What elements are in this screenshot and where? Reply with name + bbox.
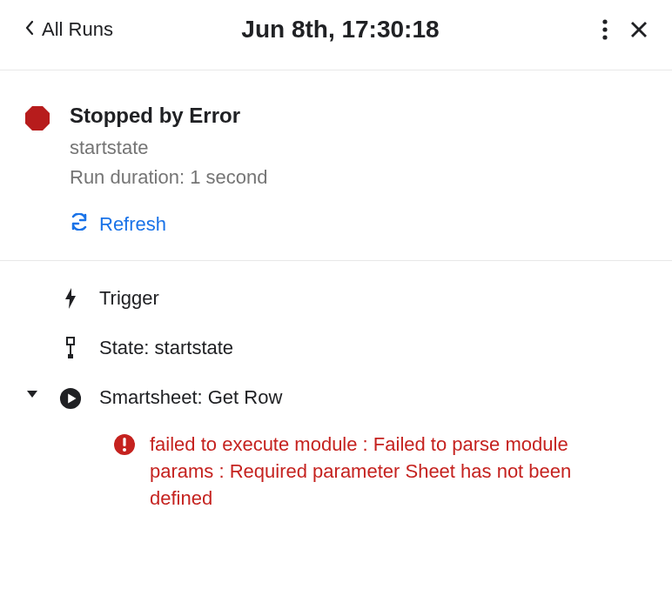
action-label: Smartsheet: Get Row [99,385,282,412]
error-message: failed to execute module : Failed to par… [150,432,637,512]
header: All Runs Jun 8th, 17:30:18 [0,0,672,70]
status-duration: Run duration: 1 second [70,166,648,189]
refresh-button[interactable]: Refresh [70,213,648,236]
error-badge-icon [113,433,136,459]
error-detail: failed to execute module : Failed to par… [24,432,648,512]
bolt-icon [59,287,82,310]
expand-toggle[interactable] [24,390,40,398]
page-title: Jun 8th, 17:30:18 [78,16,602,44]
step-action: Smartsheet: Get Row [24,385,648,412]
refresh-icon [70,213,89,236]
svg-marker-5 [25,106,50,131]
step-trigger: Trigger [24,285,648,312]
trigger-label: Trigger [99,285,159,312]
svg-marker-6 [65,288,76,309]
svg-rect-14 [123,438,125,446]
status-subtitle: startstate [70,137,648,159]
status-title: Stopped by Error [70,104,648,128]
svg-point-0 [602,19,607,23]
svg-rect-9 [68,354,73,358]
status-section: Stopped by Error startstate Run duration… [0,70,672,261]
svg-rect-7 [67,338,74,345]
state-icon [59,337,82,359]
play-circle-icon [59,386,82,411]
refresh-label: Refresh [99,213,166,236]
svg-point-1 [602,27,607,31]
error-octagon-icon [24,105,50,236]
svg-point-15 [123,448,126,452]
steps-section: Trigger State: startstate Smartsheet: Ge… [0,261,672,530]
close-icon[interactable] [630,21,648,38]
header-actions [602,19,648,40]
svg-point-2 [602,35,607,39]
chevron-left-icon [24,18,35,41]
state-label: State: startstate [99,335,233,362]
svg-marker-10 [27,391,37,398]
step-state: State: startstate [24,335,648,362]
more-vert-icon[interactable] [602,19,608,40]
status-content: Stopped by Error startstate Run duration… [70,104,648,236]
